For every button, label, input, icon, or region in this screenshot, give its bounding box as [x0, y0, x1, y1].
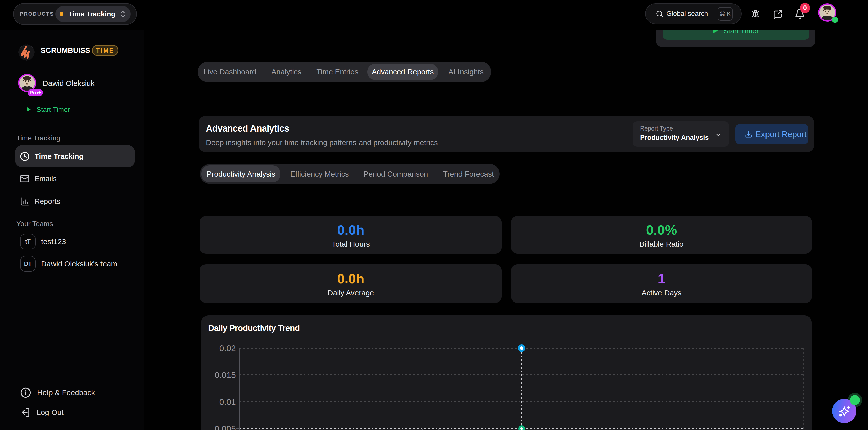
svg-text:0.005: 0.005: [215, 424, 236, 430]
svg-text:0.01: 0.01: [219, 397, 236, 407]
svg-text:0.015: 0.015: [215, 370, 236, 380]
svg-text:0.02: 0.02: [219, 343, 236, 353]
